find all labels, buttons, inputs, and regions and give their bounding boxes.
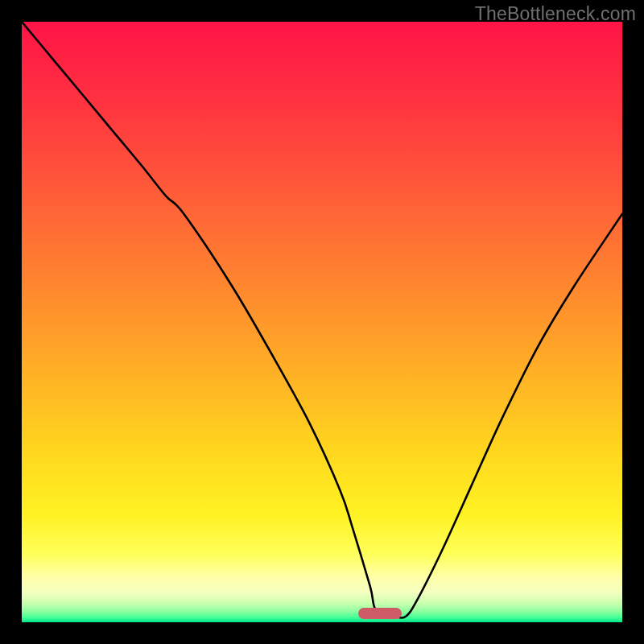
optimum-marker	[358, 608, 402, 619]
frame: TheBottleneck.com	[0, 0, 644, 644]
watermark-text: TheBottleneck.com	[475, 3, 636, 25]
bottleneck-curve	[22, 22, 622, 622]
plot-area	[22, 22, 622, 622]
